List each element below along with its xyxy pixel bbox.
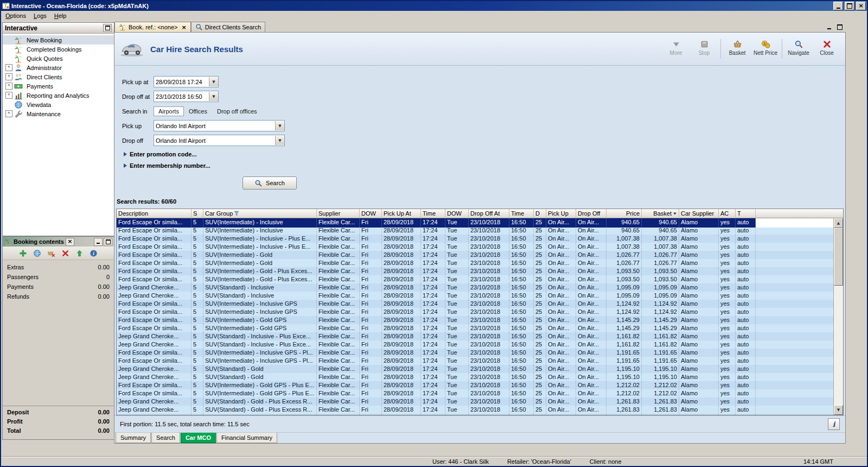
pickup-at-dropdown-icon[interactable]: ▼ bbox=[209, 77, 218, 86]
globe2-button[interactable] bbox=[33, 248, 42, 258]
table-row[interactable]: Ford Escape Or simila...5SUV(Intermediat… bbox=[117, 357, 843, 365]
booking-item-passengers[interactable]: Passengers0 bbox=[6, 273, 111, 283]
sidebar-item-quick-quotes[interactable]: Quick Quotes bbox=[3, 54, 114, 63]
column-header-supplier[interactable]: Supplier bbox=[317, 209, 360, 218]
expand-icon[interactable]: + bbox=[5, 64, 12, 71]
sidebar-item-new-booking[interactable]: New Booking bbox=[3, 35, 114, 45]
expand-icon[interactable]: + bbox=[5, 110, 12, 117]
table-row[interactable]: Ford Escape Or simila...5SUV(Intermediat… bbox=[117, 218, 843, 226]
expand-icon[interactable]: + bbox=[5, 92, 12, 99]
table-row[interactable]: Ford Escape Or simila...5SUV(Intermediat… bbox=[117, 226, 843, 235]
table-row[interactable]: Jeep Grand Cheroke...5SUV(Standard) - Go… bbox=[117, 365, 843, 373]
membership-number-expander[interactable]: Enter membership number... bbox=[124, 161, 845, 170]
booking-contents-close-button[interactable]: × bbox=[66, 238, 74, 246]
pickup-at-input[interactable]: 28/09/2018 17:24 ▼ bbox=[154, 76, 219, 87]
table-row[interactable]: Ford Escape Or simila...5SUV(Intermediat… bbox=[117, 316, 843, 324]
dropoff-location-select[interactable]: Orlando Intl Airport ▼ bbox=[154, 135, 285, 146]
table-row[interactable]: Jeep Grand Cheroke...5SUV(Standard) - Go… bbox=[117, 414, 843, 415]
sidebar-item-direct-clients[interactable]: +Direct Clients bbox=[3, 72, 114, 81]
scroll-track[interactable] bbox=[834, 286, 843, 405]
column-header-d[interactable]: D bbox=[534, 209, 546, 218]
vertical-scrollbar[interactable]: ▲ ▼ bbox=[833, 218, 843, 415]
basket-button[interactable]: Basket bbox=[723, 38, 751, 58]
table-row[interactable]: Ford Escape Or simila...5SUV(Intermediat… bbox=[117, 349, 843, 357]
table-row[interactable]: Ford Escape Or simila...5SUV(Intermediat… bbox=[117, 308, 843, 316]
close-button[interactable]: Close bbox=[813, 38, 841, 58]
menu-item-logs[interactable]: Logs bbox=[30, 11, 50, 20]
search-in-airports[interactable]: Airports bbox=[154, 106, 184, 116]
column-header-ac[interactable]: AC bbox=[719, 209, 736, 218]
dropoff-at-dropdown-icon[interactable]: ▼ bbox=[209, 92, 218, 101]
sidebar-item-reporting-and-analytics[interactable]: +Reporting and Analytics bbox=[3, 91, 114, 100]
search-button[interactable]: Search bbox=[242, 176, 297, 190]
window-minimize-button[interactable] bbox=[833, 2, 843, 10]
search-in-offices[interactable]: Offices bbox=[184, 106, 212, 116]
booking-contents-minimize-button[interactable] bbox=[94, 238, 103, 246]
nett-price-button[interactable]: $Nett Price bbox=[751, 38, 780, 58]
tab-close-icon[interactable]: × bbox=[182, 24, 187, 31]
expand-icon[interactable]: + bbox=[5, 83, 12, 90]
plus-button[interactable] bbox=[18, 248, 28, 258]
panel-restore-button[interactable] bbox=[836, 23, 844, 30]
column-header-car-supplier[interactable]: Car Supplier bbox=[679, 209, 719, 218]
table-row[interactable]: Jeep Grand Cheroke...5SUV(Standard) - In… bbox=[117, 340, 843, 349]
info-button[interactable]: i bbox=[828, 418, 840, 430]
table-row[interactable]: Ford Escape Or simila...5SUV(Intermediat… bbox=[117, 267, 843, 275]
expand-icon[interactable]: + bbox=[5, 73, 12, 80]
filter-icon[interactable] bbox=[234, 211, 239, 216]
column-header-drop-off[interactable]: Drop Off bbox=[576, 209, 607, 218]
table-row[interactable]: Ford Escape Or simila...5SUV(Intermediat… bbox=[117, 251, 843, 259]
table-row[interactable]: Ford Escape Or simila...5SUV(Intermediat… bbox=[117, 324, 843, 332]
booking-contents-restore-button[interactable] bbox=[104, 238, 112, 246]
sidebar-item-viewdata[interactable]: Viewdata bbox=[3, 100, 114, 109]
table-row[interactable]: Jeep Grand Cheroke...5SUV(Standard) - In… bbox=[117, 292, 843, 300]
sidebar-item-payments[interactable]: +Payments bbox=[3, 81, 114, 91]
window-maximize-button[interactable] bbox=[845, 2, 854, 10]
table-row[interactable]: Jeep Grand Cheroke...5SUV(Standard) - Go… bbox=[117, 373, 843, 381]
table-row[interactable]: Jeep Grand Cheroke...5SUV(Standard) - In… bbox=[117, 283, 843, 292]
column-header-dow[interactable]: DOW bbox=[360, 209, 382, 218]
bottom-tab-search[interactable]: Search bbox=[151, 433, 180, 443]
table-row[interactable]: Ford Escape Or simila...5SUV(Intermediat… bbox=[117, 235, 843, 243]
redx-button[interactable] bbox=[61, 248, 71, 258]
table-row[interactable]: Ford Escape Or simila...5SUV(Intermediat… bbox=[117, 381, 843, 389]
uparrow-button[interactable] bbox=[75, 248, 85, 258]
dropoff-location-dropdown-icon[interactable]: ▼ bbox=[275, 136, 284, 145]
navigate-button[interactable]: Navigate bbox=[784, 38, 813, 58]
scroll-thumb[interactable] bbox=[834, 228, 843, 286]
tab-direct-clients-search[interactable]: Direct Clients Search bbox=[191, 22, 265, 32]
menu-item-options[interactable]: Options bbox=[2, 11, 30, 20]
booking-item-payments[interactable]: Payments0.00 bbox=[6, 283, 111, 293]
tab-book-ref-none[interactable]: Book. ref.: <none>× bbox=[114, 22, 191, 32]
sidebar-item-completed-bookings[interactable]: Completed Bookings bbox=[3, 45, 114, 54]
bottom-tab-car-mco[interactable]: Car MCO bbox=[181, 433, 216, 443]
table-row[interactable]: Ford Escape Or simila...5SUV(Intermediat… bbox=[117, 389, 843, 397]
menu-item-help[interactable]: Help bbox=[50, 11, 71, 20]
pickup-location-select[interactable]: Orlando Intl Airport ▼ bbox=[154, 120, 285, 131]
table-row[interactable]: Jeep Grand Cheroke...5SUV(Standard) - In… bbox=[117, 332, 843, 340]
column-header-time[interactable]: Time bbox=[509, 209, 534, 218]
column-header-drop-off-at[interactable]: Drop Off At bbox=[469, 209, 509, 218]
column-header-s[interactable]: S bbox=[192, 209, 203, 218]
column-header-car-group[interactable]: Car Group bbox=[203, 209, 317, 218]
table-row[interactable]: Ford Escape Or simila...5SUV(Intermediat… bbox=[117, 243, 843, 251]
panel-minimize-button[interactable] bbox=[825, 23, 833, 30]
column-header-dow[interactable]: DOW bbox=[445, 209, 469, 218]
table-row[interactable]: Ford Escape Or simila...5SUV(Intermediat… bbox=[117, 300, 843, 308]
column-header-price[interactable]: Price bbox=[607, 209, 642, 218]
column-header-basket[interactable]: Basket bbox=[642, 209, 679, 218]
scroll-up-button[interactable]: ▲ bbox=[834, 218, 843, 228]
scroll-down-button[interactable]: ▼ bbox=[834, 405, 843, 415]
window-close-button[interactable]: × bbox=[856, 2, 866, 10]
booking-item-refunds[interactable]: Refunds0.00 bbox=[6, 293, 111, 302]
table-row[interactable]: Ford Escape Or simila...5SUV(Intermediat… bbox=[117, 275, 843, 283]
column-header-pick-up[interactable]: Pick Up bbox=[546, 209, 576, 218]
sidebar-item-administrator[interactable]: +Administrator bbox=[3, 63, 114, 72]
bottom-tab-financial-summary[interactable]: Financial Summary bbox=[216, 433, 277, 443]
table-row[interactable]: Jeep Grand Cheroke...5SUV(Standard) - Go… bbox=[117, 406, 843, 414]
promotion-code-expander[interactable]: Enter promotion code... bbox=[124, 150, 845, 159]
column-header-time[interactable]: Time bbox=[421, 209, 445, 218]
sidebar-item-maintenance[interactable]: +Maintenance bbox=[3, 109, 114, 118]
table-row[interactable]: Jeep Grand Cheroke...5SUV(Standard) - Go… bbox=[117, 397, 843, 406]
sidebar-collapse-button[interactable] bbox=[103, 24, 112, 32]
